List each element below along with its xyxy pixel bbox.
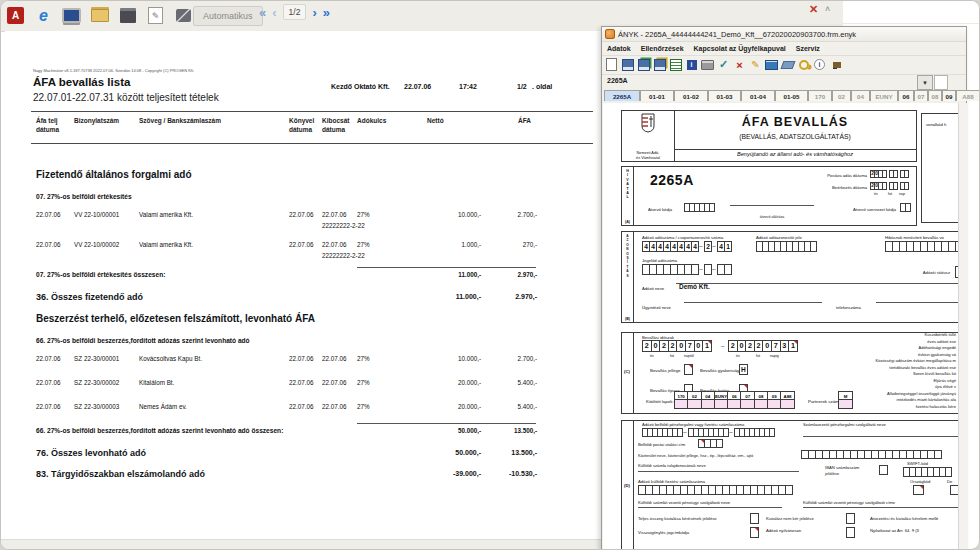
taxno-boxes[interactable]: 44444444–2–41 — [642, 241, 731, 252]
form-cell[interactable] — [846, 527, 855, 538]
tab-04[interactable]: 04 — [851, 90, 870, 101]
gyakorisag-box[interactable]: H — [739, 364, 747, 375]
form-cell[interactable] — [882, 170, 887, 178]
jelleg-box[interactable] — [684, 364, 692, 375]
receiver-code-boxes[interactable] — [684, 203, 714, 212]
new-form-icon[interactable] — [605, 58, 618, 71]
tab-06[interactable]: 06 — [898, 90, 914, 101]
edit-note-icon[interactable]: ✎ — [749, 58, 762, 71]
form-cell[interactable] — [893, 170, 898, 178]
tab-01-02[interactable]: 01-02 — [674, 90, 708, 101]
first-page-button[interactable]: « — [259, 5, 266, 20]
open-save-icon[interactable] — [621, 58, 634, 71]
full-payout-box[interactable] — [750, 513, 758, 524]
tab-01-04[interactable]: 01-04 — [741, 90, 775, 101]
form-cell[interactable]: 4 — [691, 241, 699, 252]
no-payout-box[interactable] — [846, 513, 854, 524]
public-box[interactable] — [846, 527, 854, 538]
save-as-icon[interactable] — [653, 58, 666, 71]
form-cell[interactable]: H — [739, 364, 748, 375]
period-from-boxes[interactable]: 20220701 — [642, 340, 711, 352]
form-cell[interactable] — [810, 241, 817, 252]
foreign-bank-addr-line[interactable] — [803, 507, 958, 508]
next-page-button[interactable]: › — [312, 5, 316, 20]
menu-ellen-rz-sek[interactable]: Ellenőrzések — [641, 45, 684, 52]
form-cell[interactable] — [882, 182, 887, 190]
save-icon[interactable] — [637, 58, 650, 71]
form-cell[interactable]: 2 — [704, 241, 712, 252]
monitor-icon[interactable] — [61, 4, 82, 27]
form-cell[interactable] — [691, 264, 699, 275]
form-selector-aux-box[interactable] — [934, 75, 948, 90]
delete-form-icon[interactable]: × — [733, 58, 746, 71]
form-cell[interactable] — [716, 439, 723, 448]
form-scrollbar[interactable] — [958, 103, 968, 550]
tab-01-05[interactable]: 01-05 — [775, 90, 808, 101]
menu-adatok[interactable]: Adatok — [607, 45, 631, 52]
edit-page-icon[interactable]: ✎ — [145, 4, 166, 27]
form-cell[interactable] — [950, 485, 958, 495]
postal-boxes[interactable] — [698, 439, 722, 448]
form-cell[interactable] — [934, 450, 942, 459]
reclaim-box[interactable] — [750, 527, 758, 538]
foreign-owner-line[interactable] — [638, 471, 799, 472]
tab-01-03[interactable]: 01-03 — [708, 90, 741, 101]
form-cell[interactable] — [723, 428, 729, 437]
tab-euny[interactable]: EUNY — [870, 90, 898, 101]
form-cell[interactable] — [724, 264, 732, 275]
sheet-col-04[interactable]: 04 — [701, 391, 715, 409]
form-cell[interactable] — [893, 182, 898, 190]
form-cell[interactable] — [750, 513, 759, 524]
zoom-mode-button[interactable]: Automatikus — [193, 6, 263, 26]
print-icon[interactable] — [701, 58, 714, 71]
form-cell[interactable]: 1 — [724, 241, 732, 252]
phone-line[interactable] — [876, 302, 958, 303]
form-cell[interactable] — [846, 513, 855, 524]
last-page-button[interactable]: » — [323, 5, 330, 20]
sheet-col-06[interactable]: 06 — [727, 391, 741, 409]
foreign-bank-name-line[interactable] — [638, 507, 782, 508]
sheet-col-EUNY[interactable]: EUNY — [714, 391, 728, 409]
bank-account-boxes[interactable]: –– — [642, 428, 774, 437]
taxid-boxes[interactable] — [756, 241, 816, 252]
post-date-boxes[interactable]: 20 — [870, 170, 908, 178]
arrive-date-boxes[interactable]: 20 — [870, 182, 908, 190]
tab-08[interactable]: 08 — [928, 90, 942, 101]
tab-07[interactable]: 07 — [914, 90, 928, 101]
close-icon[interactable]: ✕ — [809, 3, 818, 16]
tab-a88[interactable]: A88 — [956, 90, 980, 101]
currency-box[interactable] — [950, 485, 958, 495]
tab-170[interactable]: 170 — [808, 90, 832, 101]
eraser-icon[interactable] — [781, 58, 794, 71]
iban-box[interactable] — [879, 465, 887, 475]
sheet-col-02[interactable]: 02 — [687, 391, 701, 409]
flag-icon[interactable] — [829, 58, 842, 71]
collapse-icon[interactable]: ˄ — [825, 4, 830, 14]
predecessor-boxes[interactable]: –– — [642, 264, 731, 275]
menu-kapcsolat-az-gyf-lkapuval[interactable]: Kapcsolat az Ügyfélkapuval — [694, 45, 786, 52]
faulty-barcode-boxes[interactable] — [885, 241, 958, 252]
form-cell[interactable] — [913, 485, 924, 495]
form-cell[interactable] — [879, 465, 888, 475]
street-boxes[interactable] — [801, 450, 941, 459]
form-cell[interactable] — [677, 428, 683, 437]
archive-icon[interactable] — [117, 4, 138, 27]
tab-09[interactable]: 09 — [942, 90, 956, 101]
clerk-line[interactable] — [684, 302, 822, 303]
adobe-reader-icon[interactable]: A — [5, 4, 26, 27]
form-cell[interactable] — [945, 467, 952, 477]
form-cell[interactable] — [709, 203, 715, 212]
form-cell[interactable] — [785, 485, 793, 495]
country-box[interactable] — [913, 485, 923, 495]
key-icon[interactable] — [797, 58, 810, 71]
form-cell[interactable]: 1 — [702, 340, 712, 352]
info-icon[interactable]: i — [813, 58, 826, 71]
check-form-icon[interactable]: ✓ — [717, 58, 730, 71]
swift-boxes[interactable] — [903, 467, 951, 477]
receiver-org-boxes[interactable] — [900, 203, 910, 212]
tab-02[interactable]: 02 — [832, 90, 851, 101]
foreign-acct-boxes[interactable] — [638, 485, 792, 495]
form-cell[interactable] — [769, 428, 775, 437]
form-info-icon[interactable]: i — [685, 58, 698, 71]
bank-provider-line[interactable] — [803, 436, 958, 437]
